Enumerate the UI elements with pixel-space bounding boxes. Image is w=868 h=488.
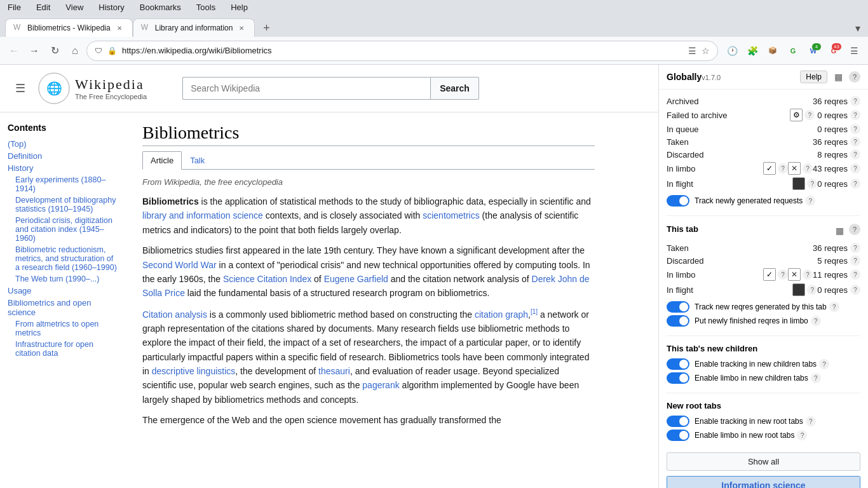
wiki-search-button[interactable]: Search [430, 77, 479, 100]
flight-help[interactable]: ? [850, 179, 860, 189]
sidebar-item-usage[interactable]: Usage [8, 285, 119, 297]
sidebar-item-early[interactable]: Early experiments (1880–1914) [8, 174, 119, 194]
this-tab-limbo-toggle[interactable] [667, 315, 689, 327]
reader-mode-icon[interactable]: ☰ [688, 46, 696, 56]
this-tab-limbo-toggle-help[interactable]: ? [811, 316, 821, 326]
link-thesauri[interactable]: thesauri [318, 366, 350, 376]
sidebar-item-history[interactable]: History [8, 162, 119, 174]
wiki-hamburger[interactable]: ☰ [13, 79, 28, 98]
panel-help-button[interactable]: Help [800, 71, 827, 83]
link-wwii[interactable]: Second World War [142, 260, 217, 270]
this-tab-limbo-help[interactable]: ? [850, 269, 860, 280]
taken-help[interactable]: ? [850, 137, 860, 147]
sidebar-item-open[interactable]: Bibliometrics and open science [8, 297, 119, 318]
this-tab-flight-q[interactable]: ? [807, 285, 817, 295]
children-limbo-help[interactable]: ? [811, 373, 821, 383]
tab-article[interactable]: Article [142, 151, 182, 170]
link-library-info[interactable]: library and information science [142, 210, 263, 220]
home-button[interactable]: ⌂ [66, 42, 84, 60]
tab-talk[interactable]: Talk [182, 151, 213, 170]
new-tab-button[interactable]: + [257, 19, 275, 37]
plugin-icon-green[interactable]: G [784, 42, 802, 60]
this-tab-flight-square[interactable] [792, 283, 805, 296]
forward-button[interactable]: → [25, 42, 43, 60]
track-help[interactable]: ? [805, 196, 815, 206]
link-sci[interactable]: Science Citation Index [223, 274, 311, 284]
bookmark-icon[interactable]: ☆ [702, 46, 710, 56]
link-pagerank[interactable]: pagerank [362, 380, 399, 390]
children-tracking-help[interactable]: ? [819, 359, 829, 369]
menu-help[interactable]: Help [228, 1, 250, 13]
link-scientometrics[interactable]: scientometrics [423, 210, 479, 220]
address-bar[interactable]: 🛡 🔒 https://en.wikipedia.org/wiki/Biblio… [86, 41, 718, 61]
this-tab-track-help[interactable]: ? [829, 302, 839, 312]
archived-help[interactable]: ? [850, 96, 860, 106]
link-desc-ling[interactable]: descriptive linguistics [152, 366, 236, 376]
discarded-help[interactable]: ? [850, 149, 860, 159]
sidebar-item-infra[interactable]: Infrastructure for open citation data [8, 339, 119, 359]
failed-gear-btn[interactable]: ⚙ [790, 109, 803, 121]
menu-history[interactable]: History [96, 1, 126, 13]
link-citation-graph[interactable]: citation graph [475, 309, 528, 319]
tab-overflow-button[interactable]: ▾ [853, 20, 863, 37]
root-limbo-toggle[interactable] [667, 430, 689, 441]
this-tab-taken-help[interactable]: ? [850, 243, 860, 253]
footnote-1[interactable]: [1] [531, 308, 538, 315]
this-tab-limbo-q2[interactable]: ? [803, 269, 813, 280]
this-tab-track-toggle[interactable] [667, 301, 689, 313]
limbo-question-2[interactable]: ? [803, 163, 813, 173]
sidebar-item-web[interactable]: The Web turn (1990–...) [8, 273, 119, 285]
plugin-icon-blue[interactable]: W 4 [804, 42, 822, 60]
sidebar-item-definition[interactable]: Definition [8, 150, 119, 162]
menu-icon[interactable]: ☰ [845, 42, 863, 60]
limbo-check-btn[interactable]: ✓ [763, 162, 776, 175]
root-tracking-toggle[interactable] [667, 416, 689, 427]
this-tab-grid-icon[interactable]: ▦ [832, 224, 846, 238]
reload-button[interactable]: ↻ [46, 42, 64, 60]
limbo-x-btn[interactable]: ✕ [788, 162, 801, 175]
globally-icon[interactable]: G 43 [825, 42, 843, 60]
panel-grid-icon[interactable]: ▦ [831, 70, 845, 84]
queue-help[interactable]: ? [850, 124, 860, 134]
tab-bibliometrics[interactable]: W Bibliometrics - Wikipedia ✕ [5, 18, 133, 37]
extensions-icon[interactable]: 🧩 [743, 42, 761, 60]
sidebar-item-top[interactable]: (Top) [8, 138, 119, 150]
this-tab-limbo-q1[interactable]: ? [778, 269, 788, 280]
menu-view[interactable]: View [63, 1, 86, 13]
tab-library[interactable]: W Library and information ✕ [133, 18, 255, 37]
sidebar-item-dev[interactable]: Development of bibliography statistics (… [8, 194, 119, 215]
limbo-question-1[interactable]: ? [778, 163, 788, 173]
tab-close-2[interactable]: ✕ [236, 23, 247, 33]
menu-file[interactable]: File [5, 1, 24, 13]
children-limbo-toggle[interactable] [667, 372, 689, 384]
limbo-help[interactable]: ? [850, 163, 860, 173]
sidebar-item-altmetrics[interactable]: From altmetrics to open metrics [8, 318, 119, 339]
wayback-icon[interactable]: 📦 [764, 42, 782, 60]
sidebar-item-periodical[interactable]: Periodical crisis, digitization and cita… [8, 215, 119, 244]
this-tab-help-icon[interactable]: ? [849, 224, 860, 235]
wiki-search-input[interactable] [182, 77, 430, 100]
tab-close-1[interactable]: ✕ [114, 23, 125, 33]
flight-square-btn[interactable] [792, 177, 805, 190]
root-limbo-help[interactable]: ? [797, 430, 807, 440]
track-toggle[interactable] [667, 195, 689, 207]
sidebar-item-biblio[interactable]: Bibliometric reductionism, metrics, and … [8, 244, 119, 273]
this-tab-flight-help[interactable]: ? [850, 285, 860, 295]
failed-help[interactable]: ? [850, 110, 860, 120]
back-button[interactable]: ← [5, 42, 23, 60]
panel-question-icon[interactable]: ? [849, 71, 860, 83]
flight-question[interactable]: ? [807, 179, 817, 189]
menu-tools[interactable]: Tools [194, 1, 218, 13]
children-tracking-toggle[interactable] [667, 358, 689, 370]
this-tab-limbo-check[interactable]: ✓ [763, 268, 776, 281]
this-tab-limbo-x[interactable]: ✕ [788, 268, 801, 281]
link-garfield[interactable]: Eugene Garfield [324, 274, 388, 284]
link-citation-analysis[interactable]: Citation analysis [142, 309, 207, 319]
menu-edit[interactable]: Edit [34, 1, 53, 13]
show-all-button[interactable]: Show all [667, 452, 860, 471]
failed-question[interactable]: ? [804, 110, 815, 120]
root-tracking-help[interactable]: ? [806, 416, 816, 426]
history-icon[interactable]: 🕐 [723, 42, 741, 60]
this-tab-discarded-help[interactable]: ? [850, 255, 860, 266]
menu-bookmarks[interactable]: Bookmarks [137, 1, 184, 13]
